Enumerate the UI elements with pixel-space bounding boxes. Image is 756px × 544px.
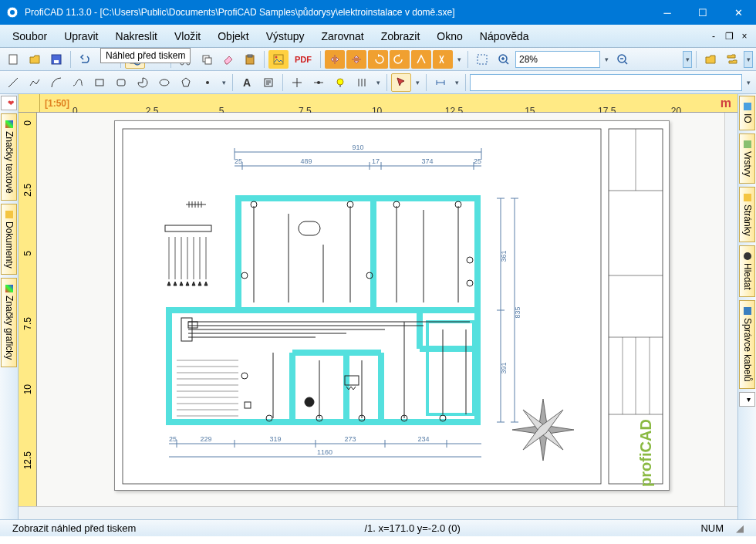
layers-tab[interactable]: Vrstvy <box>739 133 755 184</box>
drawing-canvas[interactable]: Vypracoval: Václav Sedláček Kreslit: Tec… <box>37 113 724 506</box>
maximize-button[interactable]: ☐ <box>685 0 721 25</box>
cmd-dropdown[interactable]: ▾ <box>744 79 753 86</box>
draw-dropdown[interactable]: ▾ <box>219 79 228 86</box>
rotate-right-button[interactable] <box>390 50 410 69</box>
command-input[interactable] <box>470 74 742 91</box>
mdi-minimize[interactable]: - <box>707 31 721 42</box>
scrollbar-horizontal[interactable] <box>19 506 737 519</box>
mirror-button[interactable] <box>411 50 431 69</box>
polyline-tool[interactable] <box>25 73 45 92</box>
arc-tool[interactable] <box>46 73 66 92</box>
svg-point-117 <box>467 257 473 263</box>
zoom-fit-button[interactable] <box>472 50 492 69</box>
symbols-text-tab[interactable]: Značky textově <box>1 113 17 201</box>
export-image-button[interactable] <box>268 50 289 69</box>
menu-insert[interactable]: Vložit <box>167 28 208 45</box>
status-coords: /1. x=171.0 y=-2.0 (0) <box>358 522 466 534</box>
flip-v-button[interactable] <box>346 50 366 69</box>
ruler-unit: m <box>721 96 731 110</box>
canvas-area: [1:50] 0 2.5 5 7.5 10 12.5 15 17.5 20 m … <box>19 94 737 519</box>
bulb-tool[interactable] <box>330 73 350 92</box>
menu-outputs[interactable]: Výstupy <box>258 28 312 45</box>
misc-tab[interactable]: ▾ <box>739 392 755 407</box>
menu-help[interactable]: Nápověda <box>472 28 537 45</box>
dimension-tool[interactable] <box>430 73 451 92</box>
line-tool[interactable] <box>3 73 23 92</box>
textblock-tool[interactable] <box>258 73 278 92</box>
new-button[interactable] <box>3 50 23 69</box>
export-pdf-button[interactable]: PDF <box>290 50 316 69</box>
svg-point-115 <box>241 272 248 279</box>
toolbar-overflow[interactable]: ▾ <box>683 51 692 68</box>
svg-rect-21 <box>96 79 103 86</box>
roundrect-tool[interactable] <box>111 73 131 92</box>
dim-dropdown[interactable]: ▾ <box>452 79 461 86</box>
svg-point-1 <box>10 10 15 15</box>
cable-manager-tab[interactable]: Správce kabelů <box>739 300 755 389</box>
left-dock: ❤ Značky textově Dokumenty Značky grafic… <box>0 94 19 519</box>
zoom-input[interactable] <box>515 51 600 68</box>
eraser-button[interactable] <box>218 50 238 69</box>
svg-point-129 <box>305 397 314 407</box>
spline-tool[interactable] <box>68 73 88 92</box>
pages-tab[interactable]: Stránky <box>739 187 755 243</box>
flip-h-button[interactable] <box>325 50 345 69</box>
zoom-in-button[interactable] <box>494 50 514 69</box>
point-tool[interactable] <box>197 73 218 92</box>
search-tab[interactable]: Hledat <box>739 245 755 297</box>
svg-rect-100 <box>238 198 478 310</box>
menu-align[interactable]: Zarovnat <box>314 28 372 45</box>
work-area: ❤ Značky textově Dokumenty Značky grafic… <box>0 94 756 519</box>
select-dropdown[interactable]: ▾ <box>413 79 422 86</box>
toolbar-overflow-2[interactable]: ▾ <box>744 51 753 68</box>
shear-button[interactable] <box>433 50 453 69</box>
mdi-restore[interactable]: ❐ <box>722 31 736 42</box>
transform-dropdown[interactable]: ▾ <box>454 56 464 63</box>
undo-button[interactable] <box>75 50 95 69</box>
favorites-tab[interactable]: ❤ <box>1 96 17 110</box>
scrollbar-vertical[interactable] <box>724 113 737 506</box>
elec-dropdown[interactable]: ▾ <box>373 79 383 86</box>
pie-tool[interactable] <box>133 73 153 92</box>
bus-tool[interactable] <box>352 73 372 92</box>
open-button[interactable] <box>25 50 45 69</box>
select-tool[interactable] <box>391 73 411 92</box>
menu-file[interactable]: Soubor <box>5 28 55 45</box>
symbols-graphic-tab[interactable]: Značky graficky <box>1 278 17 367</box>
svg-point-24 <box>206 81 209 84</box>
io-tab[interactable]: IO <box>739 96 755 130</box>
mdi-close[interactable]: × <box>737 31 751 42</box>
text-tool[interactable]: A <box>237 73 257 92</box>
ruler-vertical: 0 2.5 5 7.5 10 12.5 <box>19 113 37 506</box>
connector-tool[interactable] <box>309 73 329 92</box>
svg-rect-14 <box>248 55 252 57</box>
app-icon <box>5 5 20 20</box>
zoom-dropdown[interactable]: ▾ <box>602 56 611 63</box>
folder-tree-button[interactable] <box>722 50 742 69</box>
ellipse-tool[interactable] <box>154 73 174 92</box>
minimize-button[interactable]: ─ <box>650 0 685 25</box>
menu-object[interactable]: Objekt <box>210 28 256 45</box>
menu-edit[interactable]: Upravit <box>56 28 106 45</box>
folder-button[interactable] <box>700 50 721 69</box>
rect-tool[interactable] <box>89 73 110 92</box>
svg-rect-15 <box>274 55 283 64</box>
save-button[interactable] <box>46 50 66 69</box>
junction-tool[interactable] <box>287 73 307 92</box>
rotate-left-button[interactable] <box>368 50 388 69</box>
svg-text:361: 361 <box>500 250 508 262</box>
polygon-tool[interactable] <box>176 73 196 92</box>
menu-window[interactable]: Okno <box>429 28 470 45</box>
menu-draw[interactable]: Nakreslit <box>108 28 165 45</box>
paste-button[interactable] <box>240 50 260 69</box>
svg-text:910: 910 <box>352 144 363 151</box>
zoom-out-button[interactable] <box>613 50 633 69</box>
svg-rect-110 <box>427 322 474 414</box>
menu-view[interactable]: Zobrazit <box>373 28 428 45</box>
copy-button[interactable] <box>197 50 217 69</box>
resize-grip-icon[interactable]: ◢ <box>730 522 750 534</box>
close-button[interactable]: ✕ <box>721 0 756 25</box>
svg-text:17: 17 <box>372 157 380 165</box>
separator <box>467 51 468 68</box>
documents-tab[interactable]: Dokumenty <box>1 204 17 275</box>
